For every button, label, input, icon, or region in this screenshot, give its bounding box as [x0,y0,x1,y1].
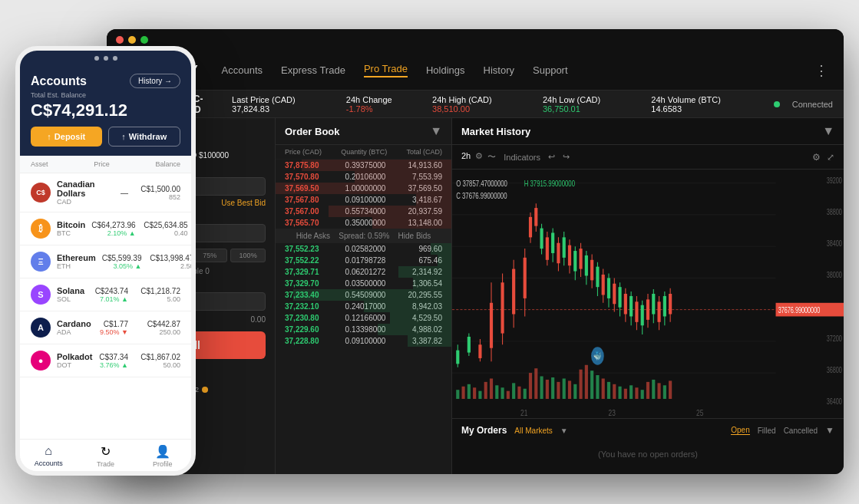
mobile-nav-icon-accounts: ⌂ [45,444,52,458]
my-orders-chevron[interactable]: ▼ [825,425,834,436]
maximize-button[interactable] [140,36,148,44]
mobile-nav-trade[interactable]: ↻ Trade [77,444,134,468]
svg-rect-77 [551,232,554,253]
svg-rect-23 [501,387,504,399]
svg-rect-33 [557,382,560,399]
asset-name-cad: Canadian Dollars [57,180,114,198]
minimize-button[interactable] [128,36,136,44]
col-asset: Asset [31,160,48,168]
svg-rect-27 [524,389,527,399]
asset-item-cad[interactable]: C$ Canadian Dollars CAD — C$1,500.00 852 [20,173,191,212]
asset-name-eth: Ethereum [57,253,96,262]
tf-settings-icon[interactable]: ⚙ [475,151,483,163]
asset-change-btc: 2.10% ▲ [91,229,135,237]
svg-rect-71 [534,208,537,226]
candle-group: 🐳 [456,203,672,399]
chart-fullscreen-icon[interactable]: ⤢ [827,152,834,163]
close-button[interactable] [116,36,124,44]
order-book-chevron[interactable]: ▼ [430,124,442,138]
ob-col-headers: Price (CAD) Quantity (BTC) Total (CAD) [276,145,451,160]
hide-bids-btn[interactable]: Hide Bids [398,232,431,240]
ask-row-1: 37,875.80 0.39375000 14,913.60 [276,160,451,171]
svg-rect-37 [579,370,582,399]
asset-item-btc[interactable]: ₿ Bitcoin BTC C$64,273.96 2.10% ▲ C$25,6… [20,212,191,245]
asset-info-ada: Cardano ADA [57,319,94,336]
hide-asks-btn[interactable]: Hide Asks [296,232,330,240]
mobile-balance-label: Total Est. Balance [31,91,180,99]
order-book-header: Order Book ▼ [276,118,451,145]
market-history-title: Market History [461,126,530,137]
asset-balance-ada: C$442.87 [134,320,180,328]
asset-item-dot[interactable]: ● Polkadot DOT C$37.34 3.76% ▲ C$1,867.0… [20,344,191,377]
asset-item-ada[interactable]: A Cardano ADA C$1.77 9.50% ▼ C$442.87 25… [20,311,191,344]
nav-more-icon[interactable]: ⋮ [814,62,828,79]
bid-price-4: 37,329.70 [285,279,331,288]
redo-icon[interactable]: ↪ [563,152,570,162]
high-value: 38,510.00 [432,104,470,114]
svg-rect-83 [568,245,571,266]
asset-item-sol[interactable]: S Solana SOL C$243.74 7.01% ▲ C$1,218.72… [20,278,191,311]
nav-support[interactable]: Support [533,64,568,76]
svg-rect-17 [467,384,471,399]
my-orders-header: My Orders All Markets ▼ Open Filled Canc… [461,425,834,436]
nav-express-trade[interactable]: Express Trade [281,64,345,76]
pct-100-btn[interactable]: 100% [230,249,266,262]
volume-label: 24h Volume (BTC) 14.6583 [651,95,755,114]
svg-rect-21 [490,378,493,399]
asset-item-eth[interactable]: Ξ Ethereum ETH C$5,599.39 3.05% ▲ C$13,9… [20,245,191,278]
svg-rect-61 [490,303,493,348]
mobile-nav-label-accounts: Accounts [35,460,63,467]
svg-rect-115 [657,301,660,322]
nav-history[interactable]: History [484,64,514,76]
bid-qty-1: 0.02582000 [339,245,392,253]
market-history-chevron[interactable]: ▼ [822,124,834,138]
nav-holdings[interactable]: Holdings [426,64,465,76]
asset-price-col-eth: C$5,599.39 3.05% ▲ [102,254,142,270]
col-total: Total (CAD) [406,148,442,156]
mobile-nav-profile[interactable]: 👤 Profile [134,444,191,468]
asset-list-header: Asset Price Balance [20,156,191,173]
mobile-withdraw-button[interactable]: ↑ Withdraw [108,127,181,147]
asset-price-cad: — [121,189,128,197]
svg-rect-30 [540,377,543,399]
bid-row-2: 37,552.22 0.01798728 675.46 [276,255,451,266]
chart-settings-icon[interactable]: ⚙ [812,152,821,163]
last-price-text: Last Price (CAD) [232,95,296,104]
bid-price-9: 37,228.80 [285,337,331,345]
asset-price-col-dot: C$37.34 3.76% ▲ [99,353,128,369]
markets-chevron[interactable]: ▼ [560,427,568,435]
expected-value: 0.00 [251,315,266,324]
market-history-panel: Market History ▼ 2h ⚙ 〜 Indicators ↩ ↪ [452,118,844,474]
candlestick-chart: 39200 38800 38400 38000 37677 37200 3680… [452,170,844,418]
filter-filled[interactable]: Filled [758,427,776,435]
asset-info-cad: Canadian Dollars CAD [57,180,114,206]
nav-pro-trade[interactable]: Pro Trade [364,63,408,77]
all-markets-filter[interactable]: All Markets [514,427,552,435]
indicators-button[interactable]: Indicators [504,153,540,162]
order-book-panel: Order Book ▼ Price (CAD) Quantity (BTC) … [276,118,452,474]
svg-rect-69 [529,217,532,238]
filter-cancelled[interactable]: Cancelled [784,427,818,435]
last-price-label: Last Price (CAD) 37,824.83 [232,95,337,114]
pct-75-btn[interactable]: 75% [193,249,228,262]
nav-accounts[interactable]: Accounts [222,64,263,76]
mobile-history-button[interactable]: History → [130,74,180,88]
order-book-title: Order Book [285,126,340,137]
svg-rect-19 [478,391,481,399]
bid-price-2: 37,552.22 [285,256,331,265]
nav-links: Accounts Express Trade Pro Trade Holding… [222,63,814,77]
tf-2h[interactable]: 2h [461,151,471,163]
mobile-nav-accounts[interactable]: ⌂ Accounts [20,444,77,468]
svg-text:23: 23 [609,408,616,418]
svg-rect-103 [624,294,627,315]
tf-chart-type-icon[interactable]: 〜 [487,151,496,163]
mobile-deposit-button[interactable]: ↑ Deposit [31,127,102,147]
undo-icon[interactable]: ↩ [548,152,555,162]
withdraw-icon: ↑ [121,132,126,141]
svg-rect-97 [607,278,610,298]
asset-icon-eth: Ξ [31,252,51,272]
change-label-text: 24h Change [346,95,392,104]
asset-balance-sol: C$1,218.72 [134,287,180,295]
filter-open[interactable]: Open [731,426,749,435]
col-price: Price (CAD) [285,148,322,156]
